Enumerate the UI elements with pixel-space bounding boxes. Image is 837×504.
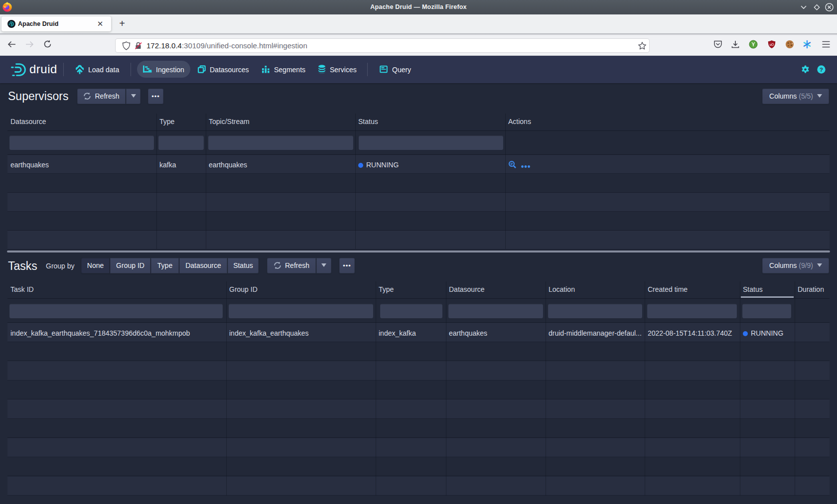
svg-text:?: ? (820, 67, 823, 73)
svg-text:uO: uO (770, 43, 774, 46)
